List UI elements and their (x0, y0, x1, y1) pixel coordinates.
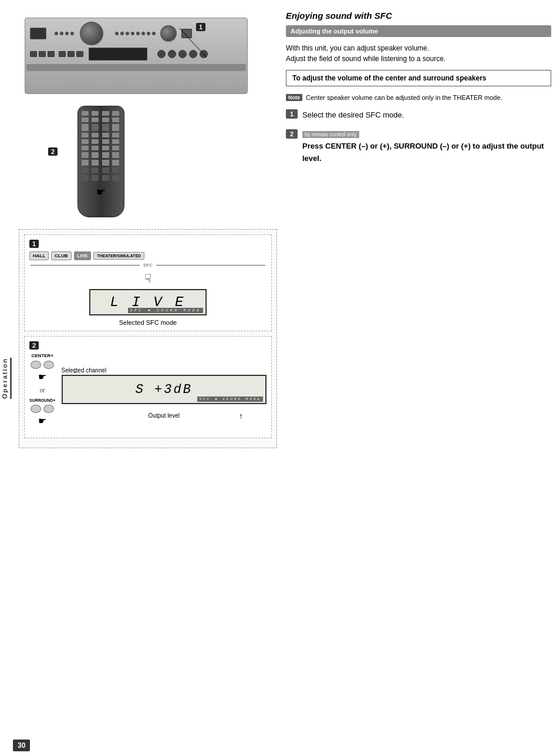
sfc-btn-hall[interactable]: HALL (29, 251, 49, 260)
selected-sfc-label: Selected SFC mode (29, 319, 266, 326)
output-display: S +3dB SFC ◄ SOUND MODE (62, 375, 266, 404)
sfc-btn-live[interactable]: LIVE (74, 251, 92, 260)
step2-layout: CENTER+ ☛ or SURROUND+ ☛ (29, 353, 266, 433)
or-label: or (40, 387, 45, 394)
description-text: With this unit, you can adjust speaker v… (286, 43, 551, 64)
center-plus-btn[interactable] (43, 361, 54, 369)
sfc-btn-club[interactable]: CLUB (51, 251, 71, 260)
step1-instruction: 1 Select the desired SFC mode. (286, 109, 551, 121)
output-level-label: Output level (62, 412, 266, 419)
diagram-step1: 1 HALL CLUB LIVE THEATER/SIMULATED SFC ☟ (24, 234, 272, 331)
remote-only-badge: by remote control only (302, 131, 359, 138)
sfc-display: L I V E SFC ◄ SOUND MODE (89, 289, 207, 315)
note-box: Note Center speaker volume can be adjust… (286, 93, 551, 102)
remote-step-badge: 2 (48, 147, 58, 156)
step2-text: Press CENTER (–) or (+), SURROUND (–) or… (302, 142, 544, 163)
instruction-box: To adjust the volume of the center and s… (286, 70, 551, 86)
step2-instruction: 2 by remote control only Press CENTER (–… (286, 129, 551, 165)
sidebar: Operation (0, 0, 13, 756)
hand-pointer-icon: ☛ (96, 186, 106, 199)
remote-illustration: 2 (66, 106, 136, 223)
note-text: Center speaker volume can be adjusted on… (306, 93, 502, 102)
sfc-btn-theater[interactable]: THEATER/SIMULATED (93, 252, 144, 260)
diagrams-area: 1 HALL CLUB LIVE THEATER/SIMULATED SFC ☟ (19, 229, 277, 448)
display-badge: SFC ◄ SOUND MODE (128, 308, 203, 313)
surround-plus-btn[interactable] (43, 405, 54, 413)
center-minus-btn[interactable] (31, 361, 41, 369)
sidebar-label: Operation (1, 358, 12, 399)
surround-minus-btn[interactable] (31, 405, 41, 413)
receiver-step-badge: 1 (196, 23, 205, 31)
hand-icon2: ☛ (38, 371, 46, 382)
sfc-buttons-row: HALL CLUB LIVE THEATER/SIMULATED (29, 251, 266, 260)
step1-text: Select the desired SFC mode. (302, 109, 404, 121)
page-number: 30 (13, 740, 30, 751)
display2-badge: SFC ◄ SOUND MODE (197, 397, 263, 402)
hand-up-icon: ☟ (144, 272, 151, 285)
step1-num: 1 (286, 109, 298, 119)
svg-line-0 (180, 28, 207, 58)
page-title: Enjoying sound with SFC (286, 11, 551, 21)
hand-icon3: ☛ (38, 415, 46, 426)
right-column: Enjoying sound with SFC Adjusting the ou… (283, 0, 560, 454)
center-label: CENTER+ (31, 353, 53, 358)
subtitle-banner: Adjusting the output volume (286, 25, 551, 37)
diagram-step2: 2 CENTER+ ☛ or SURROUND+ (24, 336, 272, 438)
selected-channel-label: Selected channel (62, 367, 107, 374)
note-badge: Note (286, 94, 302, 101)
sfc-line-label: SFC (143, 263, 153, 268)
step2-num: 2 (286, 129, 298, 139)
page-footer: 30 (13, 740, 30, 751)
diag2-step-badge: 2 (29, 341, 39, 350)
diag1-step-badge: 1 (29, 240, 39, 248)
surround-label: SURROUND+ (29, 398, 56, 402)
center-buttons: CENTER+ ☛ or SURROUND+ ☛ (29, 353, 56, 426)
left-column: 1 (13, 0, 283, 454)
